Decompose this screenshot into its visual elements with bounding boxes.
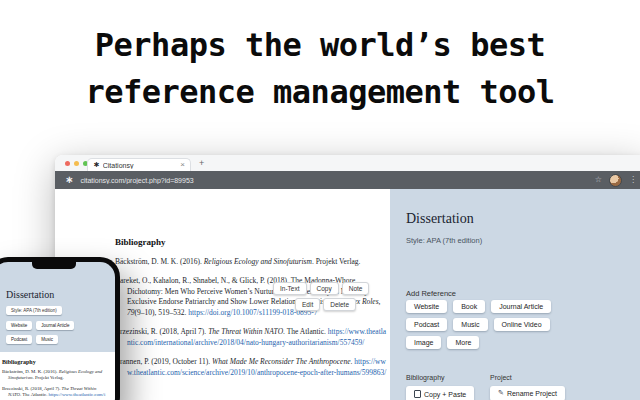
phone-add-journal-article-button[interactable]: Journal Article bbox=[36, 321, 74, 330]
window-controls bbox=[65, 161, 88, 166]
reference-text: Brannen, P. (2019, October 11). bbox=[115, 357, 212, 366]
reference-text: . The Atlantic. bbox=[20, 392, 49, 397]
project-section-label: Project bbox=[490, 374, 512, 381]
context-row-2: Edit Delete bbox=[295, 298, 369, 311]
clipboard-icon bbox=[414, 390, 421, 398]
note-button[interactable]: Note bbox=[342, 282, 370, 295]
reference-title: Religious Ecology and Sinofuturism bbox=[204, 257, 312, 266]
add-journal-article-button[interactable]: Journal Article bbox=[491, 300, 551, 313]
bibliography-heading: Bibliography bbox=[115, 237, 387, 248]
copy-paste-label: Copy + Paste bbox=[424, 391, 466, 398]
phone-screen: Dissertation Style: APA (7th edition) We… bbox=[0, 262, 115, 400]
add-podcast-button[interactable]: Podcast bbox=[406, 318, 447, 331]
context-row-1: In-Text Copy Note bbox=[273, 282, 369, 295]
tab-close-icon[interactable]: × bbox=[180, 161, 185, 169]
hero-heading: Perhaps the world’s best reference manag… bbox=[0, 22, 640, 116]
phone-mockup: Dissertation Style: APA (7th edition) We… bbox=[0, 257, 120, 400]
edit-button[interactable]: Edit bbox=[295, 298, 320, 311]
reference-title: The Threat Within NATO bbox=[208, 327, 283, 336]
hero-line-1: Perhaps the world’s best bbox=[0, 22, 640, 69]
citationsy-favicon-icon: ∗ bbox=[93, 161, 100, 169]
phone-add-music-button[interactable]: Music bbox=[36, 335, 58, 344]
browser-tab-strip: ∗ Citationsy × + bbox=[55, 155, 640, 172]
phone-bibliography-heading: Bibliography bbox=[2, 359, 106, 365]
project-title: Dissertation bbox=[406, 211, 474, 227]
reference-context-toolbar: In-Text Copy Note Edit Delete bbox=[273, 282, 369, 311]
phone-reference-type-row-1: Website Journal Article bbox=[6, 321, 74, 330]
reference-entry[interactable]: Bäckström, D. M. K. (2016). Religious Ec… bbox=[115, 257, 387, 268]
reference-entry[interactable]: Brannen, P. (2019, October 11). What Mad… bbox=[115, 357, 387, 378]
reference-type-row-3: Image More bbox=[406, 336, 479, 349]
reference-text: . Projekt Verlag. bbox=[312, 257, 361, 266]
phone-notch bbox=[32, 262, 76, 269]
add-music-button[interactable]: Music bbox=[453, 318, 487, 331]
reference-entry[interactable]: Brzezinski, R. (2018, April 7). The Thre… bbox=[115, 327, 387, 348]
pencil-icon: ✎ bbox=[498, 390, 504, 397]
tab-title: Citationsy bbox=[103, 162, 178, 169]
add-reference-label: Add Reference bbox=[406, 289, 456, 298]
phone-citation-style-selector[interactable]: Style: APA (7th edition) bbox=[6, 306, 62, 315]
browser-toolbar: ∗ citationsy.com/project.php?id=89953 ☆ … bbox=[55, 171, 640, 189]
delete-button[interactable]: Delete bbox=[323, 298, 356, 311]
phone-bibliography-sheet: Bibliography Bäckström, D. M. K. (2016).… bbox=[0, 352, 115, 400]
bibliography-list: Bibliography Bäckström, D. M. K. (2016).… bbox=[115, 237, 387, 387]
copy-paste-button[interactable]: Copy + Paste bbox=[406, 386, 474, 400]
reference-text: Bäckström, D. M. K. (2016). bbox=[2, 369, 59, 374]
browser-window: ∗ Citationsy × + ∗ citationsy.com/projec… bbox=[55, 155, 640, 400]
page-content: Bibliography Bäckström, D. M. K. (2016).… bbox=[55, 189, 640, 400]
reference-text: . The Atlantic. bbox=[283, 327, 328, 336]
add-website-button[interactable]: Website bbox=[406, 300, 447, 313]
reference-text: Bäckström, D. M. K. (2016). bbox=[115, 257, 204, 266]
add-online-video-button[interactable]: Online Video bbox=[494, 318, 550, 331]
browser-menu-icon[interactable]: ⋮ bbox=[629, 176, 637, 184]
add-image-button[interactable]: Image bbox=[406, 336, 441, 349]
browser-tab[interactable]: ∗ Citationsy × bbox=[87, 158, 191, 171]
in-text-button[interactable]: In-Text bbox=[273, 282, 307, 295]
page: Perhaps the world’s best reference manag… bbox=[0, 0, 640, 400]
rename-project-button[interactable]: ✎ Rename Project bbox=[490, 386, 565, 400]
phone-add-website-button[interactable]: Website bbox=[6, 321, 32, 330]
phone-reference-type-row-2: Podcast Music bbox=[6, 335, 58, 344]
bibliography-section-label: Bibliography bbox=[406, 374, 445, 381]
phone-reference-entry[interactable]: Brzezinski, R. (2018, April 7). The Thre… bbox=[2, 386, 106, 400]
reference-text: Brzezinski, R. (2018, April 7). bbox=[2, 386, 62, 391]
reference-text: (9–10), 519–532. bbox=[135, 308, 189, 317]
add-book-button[interactable]: Book bbox=[453, 300, 485, 313]
citation-style-selector[interactable]: Style: APA (7th edition) bbox=[406, 236, 482, 245]
new-tab-button[interactable]: + bbox=[199, 158, 204, 168]
phone-project-title: Dissertation bbox=[6, 289, 54, 300]
address-bar[interactable]: citationsy.com/project.php?id=89953 bbox=[80, 177, 587, 184]
rename-project-label: Rename Project bbox=[507, 390, 557, 397]
close-window-button[interactable] bbox=[65, 161, 70, 166]
reference-type-row-1: Website Book Journal Article bbox=[406, 300, 551, 313]
minimize-window-button[interactable] bbox=[74, 161, 79, 166]
add-more-button[interactable]: More bbox=[447, 336, 479, 349]
profile-avatar[interactable] bbox=[609, 174, 622, 187]
project-sidebar: Dissertation Style: APA (7th edition) Ad… bbox=[390, 189, 640, 400]
reference-title: What Made Me Reconsider The Anthropocene bbox=[212, 357, 351, 366]
citationsy-logo-icon: ∗ bbox=[65, 175, 73, 185]
reference-type-row-2: Podcast Music Online Video bbox=[406, 318, 550, 331]
bookmark-star-icon[interactable]: ☆ bbox=[595, 176, 602, 184]
copy-button[interactable]: Copy bbox=[310, 282, 339, 295]
phone-reference-entry[interactable]: Bäckström, D. M. K. (2016). Religious Ec… bbox=[2, 369, 106, 382]
reference-text: Brzezinski, R. (2018, April 7). bbox=[115, 327, 208, 336]
reference-text: . Projekt Verlag. bbox=[33, 375, 64, 380]
hero-line-2: reference management tool bbox=[0, 69, 640, 116]
phone-add-podcast-button[interactable]: Podcast bbox=[6, 335, 32, 344]
